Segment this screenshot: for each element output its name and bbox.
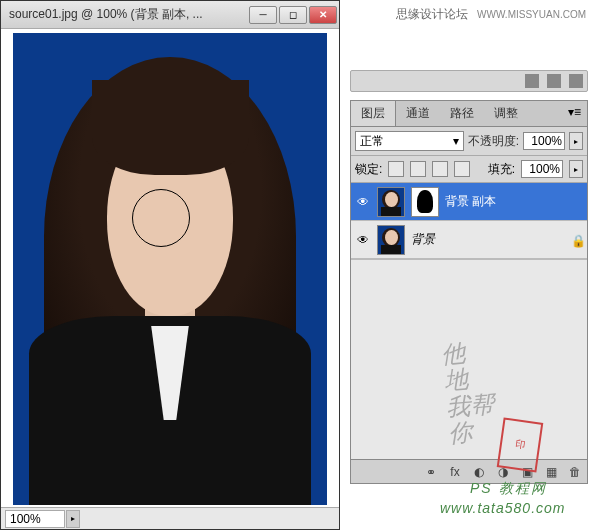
titlebar: source01.jpg @ 100% (背景 副本, ... ─ ◻ ✕ xyxy=(1,1,339,29)
window-controls: ─ ◻ ✕ xyxy=(249,6,337,24)
lock-label: 锁定: xyxy=(355,161,382,178)
lock-all-button[interactable] xyxy=(454,161,470,177)
eye-icon: 👁 xyxy=(357,233,369,247)
watermark-stamp: 印 xyxy=(497,417,544,472)
zoom-dropdown-button[interactable]: ▸ xyxy=(66,510,80,528)
eye-icon: 👁 xyxy=(357,195,369,209)
image-content xyxy=(13,33,327,505)
zoom-input[interactable]: 100% xyxy=(5,510,65,528)
layer-row[interactable]: 👁 背景 🔒 xyxy=(351,221,587,259)
tab-adjustments[interactable]: 调整 xyxy=(484,101,528,126)
visibility-toggle[interactable]: 👁 xyxy=(355,194,371,210)
panel-icon[interactable] xyxy=(525,74,539,88)
minimize-button[interactable]: ─ xyxy=(249,6,277,24)
lock-transparent-button[interactable] xyxy=(388,161,404,177)
tab-layers[interactable]: 图层 xyxy=(351,101,396,126)
tab-channels[interactable]: 通道 xyxy=(396,101,440,126)
watermark-site-name: PS 教程网 xyxy=(470,480,547,498)
layer-row[interactable]: 👁 背景 副本 xyxy=(351,183,587,221)
panel-tabs: 图层 通道 路径 调整 ▾≡ xyxy=(351,101,587,127)
fill-input[interactable]: 100% xyxy=(521,160,563,178)
layer-thumbnail[interactable] xyxy=(377,225,405,255)
close-button[interactable]: ✕ xyxy=(309,6,337,24)
panel-menu-button[interactable]: ▾≡ xyxy=(562,101,587,126)
fill-slider-button[interactable]: ▸ xyxy=(569,160,583,178)
collapsed-panel-bar[interactable] xyxy=(350,70,588,92)
lock-icon: 🔒 xyxy=(571,234,583,246)
status-bar: 100% ▸ xyxy=(1,507,339,529)
right-area: 思缘设计论坛 WWW.MISSYUAN.COM 图层 通道 路径 调整 ▾≡ 正… xyxy=(340,0,598,530)
layer-name[interactable]: 背景 xyxy=(411,231,565,248)
add-mask-button[interactable]: ◐ xyxy=(471,464,487,480)
layer-name[interactable]: 背景 副本 xyxy=(445,193,583,210)
watermark-calligraphy: 他地我帮你 xyxy=(440,338,497,447)
layer-list: 👁 背景 副本 👁 背景 🔒 xyxy=(351,183,587,259)
new-layer-button[interactable]: ▦ xyxy=(543,464,559,480)
watermark-site-url: www.tata580.com xyxy=(440,500,566,516)
canvas[interactable] xyxy=(13,33,327,505)
lock-position-button[interactable] xyxy=(432,161,448,177)
visibility-toggle[interactable]: 👁 xyxy=(355,232,371,248)
chevron-down-icon: ▾ xyxy=(453,134,459,148)
panel-icon[interactable] xyxy=(569,74,583,88)
document-window: source01.jpg @ 100% (背景 副本, ... ─ ◻ ✕ 10… xyxy=(0,0,340,530)
opacity-label: 不透明度: xyxy=(468,133,519,150)
watermark-top: 思缘设计论坛 WWW.MISSYUAN.COM xyxy=(396,6,586,23)
document-title: source01.jpg @ 100% (背景 副本, ... xyxy=(9,6,249,23)
lock-pixels-button[interactable] xyxy=(410,161,426,177)
blend-mode-select[interactable]: 正常 ▾ xyxy=(355,131,464,151)
tab-paths[interactable]: 路径 xyxy=(440,101,484,126)
mask-thumbnail[interactable] xyxy=(411,187,439,217)
lock-fill-row: 锁定: 填充: 100% ▸ xyxy=(351,156,587,183)
opacity-slider-button[interactable]: ▸ xyxy=(569,132,583,150)
maximize-button[interactable]: ◻ xyxy=(279,6,307,24)
blend-opacity-row: 正常 ▾ 不透明度: 100% ▸ xyxy=(351,127,587,156)
panel-icon[interactable] xyxy=(547,74,561,88)
layer-thumbnail[interactable] xyxy=(377,187,405,217)
layers-panel-footer: ⚭ fx ◐ ◑ ▣ ▦ 🗑 xyxy=(351,459,587,483)
layer-style-button[interactable]: fx xyxy=(447,464,463,480)
fill-label: 填充: xyxy=(488,161,515,178)
opacity-input[interactable]: 100% xyxy=(523,132,565,150)
delete-layer-button[interactable]: 🗑 xyxy=(567,464,583,480)
link-layers-button[interactable]: ⚭ xyxy=(423,464,439,480)
